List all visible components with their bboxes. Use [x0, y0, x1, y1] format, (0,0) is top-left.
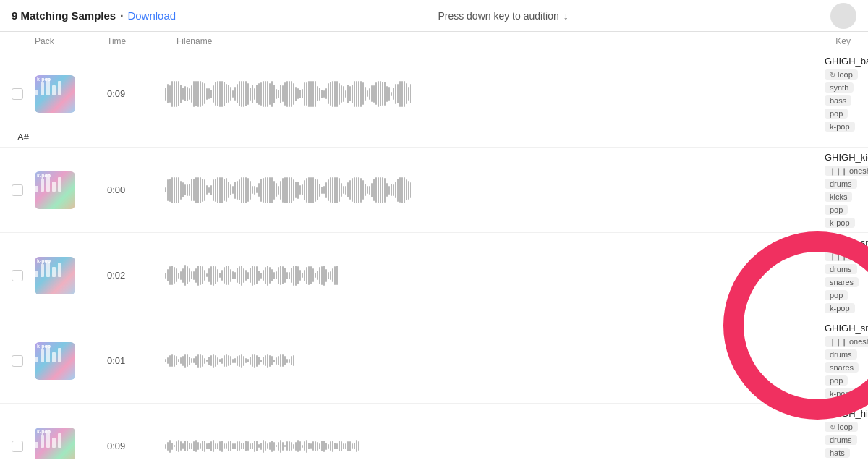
tag[interactable]: kicks: [825, 192, 852, 202]
waveform[interactable]: [165, 347, 411, 375]
key-value: A#: [12, 132, 35, 143]
tag[interactable]: pop: [825, 290, 848, 300]
filename: GHIGH_hihat_loop_butterflies_107.wav: [825, 408, 856, 419]
tag[interactable]: pop: [825, 109, 848, 119]
audition-hint-text: Press down key to audition: [438, 10, 558, 22]
tag[interactable]: ↻loop: [825, 69, 858, 80]
pack-label-text: k-pop: [37, 258, 51, 263]
tag[interactable]: drums: [825, 264, 857, 274]
download-link[interactable]: Download: [127, 9, 176, 22]
tag[interactable]: drums: [825, 435, 857, 445]
user-avatar[interactable]: [830, 3, 856, 29]
waveform[interactable]: [165, 80, 411, 109]
tag[interactable]: ❙❙❙oneshot: [825, 251, 868, 261]
tag[interactable]: pop: [825, 375, 848, 386]
tag[interactable]: ❙❙❙oneshot: [825, 166, 868, 176]
col-filename: Filename: [165, 36, 813, 46]
tag[interactable]: bass: [825, 95, 851, 106]
tag[interactable]: k-pop: [825, 303, 855, 313]
time-value: 0:09: [107, 441, 165, 451]
row-checkbox[interactable]: [12, 355, 23, 367]
filename: GHIGH_snare_one_shot_butterflies_02.wav: [825, 237, 856, 248]
pack-label-text: k-pop: [37, 344, 51, 349]
tags: ❙❙❙oneshotdrumskickspopk-pop: [825, 166, 856, 228]
audition-hint: Press down key to audition ↓: [438, 10, 568, 22]
time-value: 0:00: [107, 184, 165, 195]
pack-thumbnail: k-pop: [35, 257, 75, 294]
tag[interactable]: drums: [825, 349, 857, 360]
tag[interactable]: snares: [825, 362, 859, 373]
sample-row[interactable]: k-pop 0:09 GHIGH_hihat_loop_butterflies_…: [0, 404, 868, 459]
tags: ↻loopsynthbasspopk-pop: [825, 69, 856, 132]
pack-label-text: k-pop: [37, 429, 51, 434]
pack-thumbnail: k-pop: [35, 75, 75, 113]
tags: ❙❙❙oneshotdrumssnarespopk-pop: [825, 251, 856, 313]
header-left: 9 Matching Samples · Download: [12, 9, 176, 22]
waveform[interactable]: [165, 176, 411, 205]
tags: ↻loopdrumshatspopk-pop: [825, 422, 856, 459]
tag[interactable]: k-pop: [825, 388, 855, 399]
tag[interactable]: snares: [825, 277, 859, 287]
filename-col: GHIGH_kick_one_shot_butterflies.wav ❙❙❙o…: [813, 152, 856, 228]
time-value: 0:09: [107, 88, 165, 99]
waveform[interactable]: [165, 432, 411, 460]
sample-list: k-pop 0:09 GHIGH_bass_loop_butterflies_1…: [0, 51, 868, 459]
tag[interactable]: pop: [825, 205, 848, 215]
col-key: Key: [813, 36, 856, 46]
tag[interactable]: ↻loop: [825, 422, 858, 432]
tag[interactable]: k-pop: [825, 218, 855, 228]
header: 9 Matching Samples · Download Press down…: [0, 0, 868, 32]
row-checkbox[interactable]: [12, 184, 23, 196]
sample-row[interactable]: k-pop 0:00 GHIGH_kick_one_shot_butterfli…: [0, 148, 868, 233]
sample-row[interactable]: k-pop 0:02 GHIGH_snare_one_shot_butterfl…: [0, 233, 868, 318]
pack-thumbnail: k-pop: [35, 342, 75, 380]
time-value: 0:02: [107, 270, 165, 281]
filename-col: GHIGH_bass_loop_butterflies_107_Bb.wav ↻…: [813, 56, 856, 132]
row-checkbox[interactable]: [12, 270, 23, 281]
filename-col: GHIGH_hihat_loop_butterflies_107.wav ↻lo…: [813, 408, 856, 459]
tags: ❙❙❙oneshotdrumssnarespopk-pop: [825, 336, 856, 399]
filename: GHIGH_kick_one_shot_butterflies.wav: [825, 152, 856, 163]
column-headers: Pack Time Filename Key: [0, 32, 868, 51]
tag[interactable]: drums: [825, 179, 857, 189]
pack-label-text: k-pop: [37, 77, 51, 82]
tag[interactable]: synth: [825, 82, 854, 93]
down-arrow-icon: ↓: [563, 10, 569, 22]
sample-row[interactable]: k-pop 0:09 GHIGH_bass_loop_butterflies_1…: [0, 51, 868, 148]
separator: ·: [120, 9, 123, 22]
time-value: 0:01: [107, 355, 165, 366]
tag[interactable]: k-pop: [825, 122, 855, 132]
filename: GHIGH_snare_one_shot_butterflies_01.wav: [825, 323, 856, 334]
filename-col: GHIGH_snare_one_shot_butterflies_01.wav …: [813, 323, 856, 399]
row-checkbox[interactable]: [12, 88, 23, 100]
tag[interactable]: hats: [825, 448, 850, 458]
waveform[interactable]: [165, 261, 411, 290]
col-time: Time: [107, 36, 165, 46]
pack-thumbnail: k-pop: [35, 428, 75, 460]
filename: GHIGH_bass_loop_butterflies_107_Bb.wav: [825, 56, 856, 67]
row-checkbox[interactable]: [12, 441, 23, 452]
sample-row[interactable]: k-pop 0:01 GHIGH_snare_one_shot_butterfl…: [0, 318, 868, 404]
col-pack: Pack: [35, 36, 107, 46]
matching-samples-title: 9 Matching Samples: [12, 9, 116, 22]
pack-thumbnail: k-pop: [35, 171, 75, 209]
filename-col: GHIGH_snare_one_shot_butterflies_02.wav …: [813, 237, 856, 313]
pack-label-text: k-pop: [37, 173, 51, 178]
tag[interactable]: ❙❙❙oneshot: [825, 336, 868, 347]
